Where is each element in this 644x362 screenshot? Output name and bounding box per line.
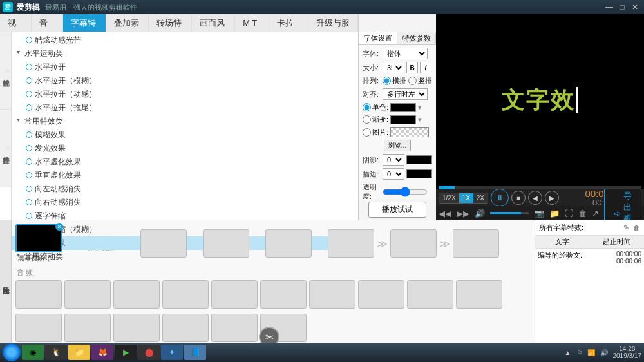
stroke-color[interactable] (406, 169, 432, 178)
start-button[interactable] (3, 343, 21, 361)
forward-icon[interactable]: ▶▶ (457, 209, 469, 218)
empty-audio-clip[interactable] (260, 280, 307, 309)
empty-audio-clip[interactable] (113, 280, 160, 309)
seek-bar[interactable] (439, 186, 641, 189)
tab-4[interactable]: 转场特效 (149, 14, 192, 32)
tree-item[interactable]: 水平拉开（模糊） (12, 74, 358, 88)
tree-item[interactable]: 水平拉开（拖尾） (12, 101, 358, 115)
remove-clip-icon[interactable]: × (55, 223, 63, 231)
browse-button[interactable]: 浏览... (384, 140, 411, 151)
tray-up-icon[interactable]: ▲ (565, 349, 571, 356)
subtitle-row[interactable]: 编导的经验文... 00:00:0000:00:06 (535, 249, 644, 267)
tree-category[interactable]: 水平运动类 (12, 47, 358, 61)
next-frame-button[interactable]: ▶ (545, 191, 559, 205)
edit-icon[interactable]: ✎ (623, 224, 629, 232)
taskbar-app[interactable]: ⬤ (138, 345, 160, 360)
tree-category[interactable]: 常用特效类 (12, 115, 358, 128)
sidetab-1[interactable]: ☆停留特效 (0, 110, 11, 187)
empty-clip[interactable] (15, 314, 62, 342)
tab-6[interactable]: M T V (235, 14, 269, 32)
align-select[interactable]: 多行时左对齐 (383, 88, 428, 100)
rewind-icon[interactable]: ◀◀ (439, 209, 451, 218)
share-icon[interactable]: ↗ (592, 209, 599, 218)
empty-clip[interactable] (64, 314, 111, 342)
tray-volume-icon[interactable]: 🔊 (600, 349, 608, 356)
empty-audio-clip[interactable] (456, 280, 502, 309)
tree-item[interactable]: 水平虚化效果 (12, 155, 358, 169)
speed-2x[interactable]: 2X (473, 193, 488, 203)
empty-audio-clip[interactable] (15, 280, 62, 309)
gradient-swatch[interactable] (390, 115, 416, 124)
empty-clip[interactable] (113, 314, 160, 342)
image-swatch[interactable] (390, 127, 429, 137)
shadow-select[interactable]: 0 (383, 154, 404, 166)
empty-clip[interactable] (211, 314, 258, 342)
speed-half[interactable]: 1/2X (439, 193, 459, 203)
tree-item[interactable]: 逐字伸缩 (12, 209, 358, 223)
trash-icon[interactable]: 🗑 (578, 209, 587, 218)
tab-3[interactable]: 叠加素材 (106, 14, 149, 32)
snapshot-icon[interactable]: 📷 (534, 209, 544, 218)
tab-8[interactable]: 升级与服务 (308, 14, 358, 32)
taskbar-app[interactable]: 📁 (68, 345, 90, 360)
empty-clip[interactable] (265, 229, 312, 258)
empty-audio-clip[interactable] (407, 280, 453, 309)
tab-0[interactable]: 视 频 (0, 14, 32, 32)
tree-item[interactable]: 模糊效果 (12, 128, 358, 142)
fullscreen-icon[interactable]: ⛶ (565, 209, 573, 218)
empty-audio-clip[interactable] (162, 280, 209, 309)
color-solid-radio[interactable]: 单色: (363, 102, 388, 112)
font-select[interactable]: 楷体 (383, 48, 428, 59)
tab-1[interactable]: 音 频 (32, 14, 63, 32)
shadow-color[interactable] (406, 155, 432, 164)
empty-clip[interactable] (390, 229, 437, 258)
taskbar-app[interactable]: 📘 (184, 345, 206, 360)
close-button[interactable]: ✕ (629, 3, 641, 12)
empty-clip[interactable] (203, 229, 249, 258)
empty-audio-clip[interactable] (64, 280, 111, 309)
empty-clip[interactable] (162, 314, 209, 342)
subtab-params[interactable]: 特效参数 (397, 32, 436, 44)
empty-clip[interactable] (328, 229, 374, 258)
empty-audio-clip[interactable] (309, 280, 355, 309)
empty-audio-clip[interactable] (211, 280, 258, 309)
arrange-v-radio[interactable]: 竖排 (408, 76, 432, 86)
taskbar-app[interactable]: ▶ (115, 345, 137, 360)
size-select[interactable]: 35 (383, 62, 404, 73)
taskbar-app[interactable]: 🐧 (45, 345, 67, 360)
bold-button[interactable]: B (406, 62, 418, 73)
tree-item[interactable]: 向右动感消失 (12, 196, 358, 209)
taskbar-app[interactable]: ◉ (22, 345, 44, 360)
opacity-slider[interactable] (383, 187, 428, 197)
taskbar-app[interactable]: ✦ (161, 345, 183, 360)
play-pause-button[interactable]: ⏸ (491, 189, 509, 207)
tray-clock[interactable]: 14:282019/3/17 (613, 345, 642, 359)
color-gradient-radio[interactable]: 渐变: (363, 115, 388, 124)
volume-icon[interactable]: 🔊 (475, 209, 485, 218)
tree-item[interactable]: 发光效果 (12, 142, 358, 155)
tab-2[interactable]: 字幕特效 (63, 14, 106, 32)
color-image-radio[interactable]: 图片: (363, 128, 388, 137)
tree-item[interactable]: 向左动感消失 (12, 182, 358, 196)
tree-item[interactable]: 水平拉开 (12, 61, 358, 74)
tray-network-icon[interactable]: 📶 (587, 349, 595, 356)
maximize-button[interactable]: □ (616, 3, 629, 12)
tree-item[interactable]: 酷炫动感光芒 (12, 33, 358, 47)
delete-icon[interactable]: 🗑 (633, 224, 640, 232)
solid-color-swatch[interactable] (390, 103, 416, 112)
empty-audio-clip[interactable] (358, 280, 404, 309)
play-test-button[interactable]: 播放试试 (368, 202, 426, 218)
speed-1x[interactable]: 1X (459, 193, 473, 203)
minimize-button[interactable]: — (603, 3, 616, 12)
folder-icon[interactable]: 📁 (549, 209, 560, 218)
arrange-h-radio[interactable]: 横排 (383, 76, 406, 86)
tab-5[interactable]: 画面风格 (192, 14, 235, 32)
tree-item[interactable]: 水平拉开（动感） (12, 88, 358, 101)
taskbar-app[interactable]: 🦊 (91, 345, 113, 360)
italic-button[interactable]: I (420, 62, 431, 73)
tab-7[interactable]: 卡拉OK (269, 14, 308, 32)
subtab-font[interactable]: 字体设置 (359, 32, 397, 44)
stroke-select[interactable]: 0 (383, 168, 404, 180)
tray-flag-icon[interactable]: ⚐ (576, 349, 582, 356)
sidetab-0[interactable]: ☆出现特效 (0, 32, 11, 110)
